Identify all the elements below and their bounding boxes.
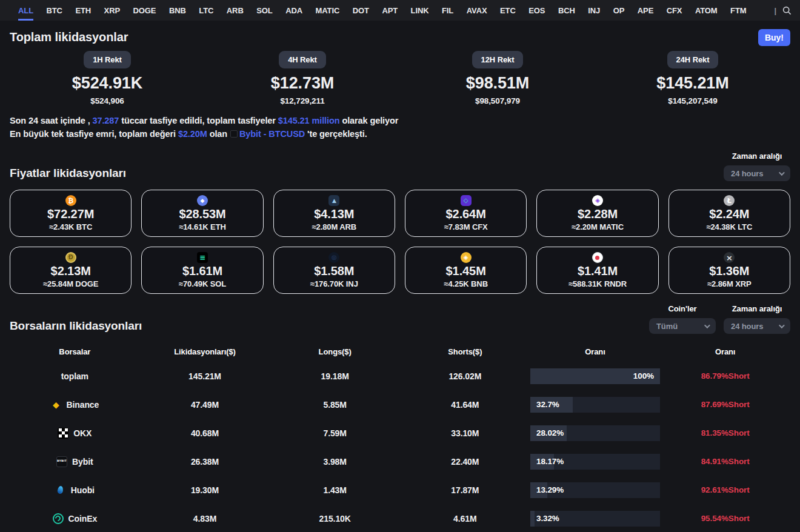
exchange-table-row-coinex[interactable]: CoinEx 4.83M 215.10K 4.61M 3.32% 95.54%S… bbox=[10, 504, 790, 532]
coin-liq-approx: ≈2.86M XRP bbox=[707, 279, 752, 288]
matic-icon bbox=[592, 195, 603, 206]
buy-button[interactable]: Buy! bbox=[758, 29, 790, 46]
col-header-liquidations: Likidasyonları($) bbox=[140, 347, 270, 356]
exchange-table: Borsalar Likidasyonları($) Longs($) Shor… bbox=[10, 341, 790, 532]
coin-liq-approx: ≈25.84M DOGE bbox=[43, 279, 98, 288]
exchange-longs-value: 19.18M bbox=[270, 371, 400, 381]
chevron-down-icon bbox=[704, 322, 710, 328]
coin-liquidation-card-inj[interactable]: $1.58M ≈176.70K INJ bbox=[273, 247, 395, 294]
coin-liquidation-card-rndr[interactable]: $1.41M ≈588.31K RNDR bbox=[536, 247, 658, 294]
exchange-table-row-toplam[interactable]: toplam 145.21M 19.18M 126.02M 100% 86.79… bbox=[10, 362, 790, 390]
binance-icon bbox=[50, 399, 61, 410]
ratio-bar-label: 18.17% bbox=[536, 454, 564, 470]
nav-coin-tab-ada[interactable]: ADA bbox=[285, 0, 302, 21]
ratio-bar: 13.29% bbox=[530, 482, 660, 498]
time-range-dropdown[interactable]: 24 hours bbox=[724, 165, 790, 181]
exchange-liquidations-value: 145.21M bbox=[140, 371, 270, 381]
nav-coin-tab-apt[interactable]: APT bbox=[382, 0, 398, 21]
nav-coin-tab-fil[interactable]: FIL bbox=[442, 0, 453, 21]
eth-icon bbox=[197, 195, 208, 206]
nav-coin-tab-avax[interactable]: AVAX bbox=[467, 0, 487, 21]
coin-liquidation-card-bnb[interactable]: $1.45M ≈4.25K BNB bbox=[405, 247, 527, 294]
coins-filter-dropdown[interactable]: Tümü bbox=[649, 318, 716, 334]
rekt-value: $12.73M bbox=[271, 74, 334, 93]
nav-coin-tab-eos[interactable]: EOS bbox=[528, 0, 545, 21]
exchange-table-row-okx[interactable]: OKX 40.68M 7.59M 33.10M 28.02% 81.35%Sho… bbox=[10, 419, 790, 447]
short-ratio-value: 81.35%Short bbox=[660, 428, 790, 437]
nav-coin-tab-etc[interactable]: ETC bbox=[500, 0, 516, 21]
nav-coin-tab-all[interactable]: ALL bbox=[18, 0, 33, 21]
nav-coin-tab-bch[interactable]: BCH bbox=[558, 0, 575, 21]
inj-icon bbox=[328, 252, 339, 263]
time-range-dropdown[interactable]: 24 hours bbox=[724, 318, 790, 334]
coin-liquidation-card-btc[interactable]: $72.27M ≈2.43K BTC bbox=[10, 190, 132, 237]
nav-coin-tab-inj[interactable]: INJ bbox=[588, 0, 600, 21]
arb-icon bbox=[328, 195, 339, 206]
nav-coin-tab-dot[interactable]: DOT bbox=[353, 0, 369, 21]
nav-coin-tab-bnb[interactable]: BNB bbox=[169, 0, 186, 21]
exchange-shorts-value: 4.61M bbox=[400, 514, 530, 524]
coin-liquidation-card-matic[interactable]: $2.28M ≈2.20M MATIC bbox=[536, 190, 658, 237]
summary-text: olarak geliyor bbox=[339, 116, 398, 125]
ratio-bar-label: 100% bbox=[633, 368, 654, 384]
coin-liq-value: $28.53M bbox=[179, 207, 225, 221]
rekt-stat: 1H Rekt $524.91K $524,906 bbox=[10, 51, 205, 105]
nav-coin-tab-arb[interactable]: ARB bbox=[227, 0, 244, 21]
exchange-table-row-bybit[interactable]: Bybit 26.38M 3.98M 22.40M 18.17% 84.91%S… bbox=[10, 447, 790, 476]
summary-link[interactable]: 37.287 bbox=[93, 116, 119, 125]
page-title: Toplam likidasyonlar bbox=[10, 30, 128, 44]
nav-coin-tab-cfx[interactable]: CFX bbox=[667, 0, 682, 21]
coin-liquidation-card-arb[interactable]: $4.13M ≈2.80M ARB bbox=[273, 190, 395, 237]
nav-coin-tab-matic[interactable]: MATIC bbox=[316, 0, 340, 21]
nav-coin-tab-link[interactable]: LINK bbox=[411, 0, 429, 21]
exchange-longs-value: 215.10K bbox=[270, 514, 400, 524]
doge-icon bbox=[65, 252, 76, 263]
nav-coin-tab-xrp[interactable]: XRP bbox=[104, 0, 120, 21]
exchange-shorts-value: 41.64M bbox=[400, 400, 530, 410]
chevron-down-icon bbox=[779, 322, 785, 328]
ratio-bar: 32.7% bbox=[530, 397, 660, 413]
rekt-exact-value: $524,906 bbox=[90, 96, 124, 105]
btc-icon bbox=[65, 195, 76, 206]
coin-liq-value: $4.13M bbox=[314, 207, 354, 221]
exchange-longs-value: 5.85M bbox=[270, 400, 400, 410]
coin-liq-value: $1.45M bbox=[446, 264, 486, 278]
short-ratio-value: 84.91%Short bbox=[660, 457, 790, 466]
nav-coin-tab-atom[interactable]: ATOM bbox=[695, 0, 718, 21]
coin-liquidation-card-xrp[interactable]: $1.36M ≈2.86M XRP bbox=[668, 247, 790, 294]
nav-coin-tab-sol[interactable]: SOL bbox=[256, 0, 272, 21]
summary-link[interactable]: $145.21 million bbox=[278, 116, 340, 125]
bybit-icon bbox=[230, 130, 238, 138]
nav-coin-tab-ltc[interactable]: LTC bbox=[199, 0, 213, 21]
rekt-stat: 24H Rekt $145.21M $145,207,549 bbox=[595, 51, 790, 105]
search-icon[interactable] bbox=[782, 6, 792, 15]
exchange-longs-value: 7.59M bbox=[270, 428, 400, 438]
summary-line-1: Son 24 saat içinde , 37.287 tüccar tasfi… bbox=[10, 114, 790, 127]
rndr-icon bbox=[592, 252, 603, 263]
coin-liquidation-card-eth[interactable]: $28.53M ≈14.61K ETH bbox=[141, 190, 263, 237]
coin-liq-approx: ≈588.31K RNDR bbox=[568, 279, 627, 288]
coin-liquidation-card-ltc[interactable]: $2.24M ≈24.38K LTC bbox=[668, 190, 790, 237]
nav-coin-tab-doge[interactable]: DOGE bbox=[133, 0, 156, 21]
exchange-liquidations-value: 40.68M bbox=[140, 428, 270, 438]
rekt-value: $145.21M bbox=[656, 74, 728, 93]
summary-link[interactable]: Bybit - BTCUSD bbox=[230, 129, 305, 139]
coin-liquidation-card-sol[interactable]: $1.61M ≈70.49K SOL bbox=[141, 247, 263, 294]
nav-coin-tab-ape[interactable]: APE bbox=[638, 0, 653, 21]
summary-link[interactable]: $2.20M bbox=[178, 129, 207, 139]
coin-liquidation-card-cfx[interactable]: $2.64M ≈7.83M CFX bbox=[405, 190, 527, 237]
nav-right-tools: | bbox=[774, 6, 792, 15]
coin-liq-value: $2.13M bbox=[51, 264, 91, 278]
nav-coin-tab-ftm[interactable]: FTM bbox=[730, 0, 746, 21]
exchange-table-row-huobi[interactable]: Huobi 19.30M 1.43M 17.87M 13.29% 92.61%S… bbox=[10, 476, 790, 504]
nav-coin-tab-op[interactable]: OP bbox=[613, 0, 625, 21]
rekt-value: $524.91K bbox=[72, 74, 142, 93]
nav-coin-tab-eth[interactable]: ETH bbox=[75, 0, 91, 21]
exchange-liquidations-value: 47.49M bbox=[140, 400, 270, 410]
coin-liq-approx: ≈176.70K INJ bbox=[310, 279, 358, 288]
exchange-table-row-binance[interactable]: Binance 47.49M 5.85M 41.64M 32.7% 87.69%… bbox=[10, 390, 790, 419]
price-liquidations-title: Fiyatlar likidasyonları bbox=[10, 167, 126, 180]
coin-liquidation-card-doge[interactable]: $2.13M ≈25.84M DOGE bbox=[10, 247, 132, 294]
summary-line-2: En büyük tek tasfiye emri, toplam değeri… bbox=[10, 127, 790, 141]
nav-coin-tab-btc[interactable]: BTC bbox=[46, 0, 62, 21]
